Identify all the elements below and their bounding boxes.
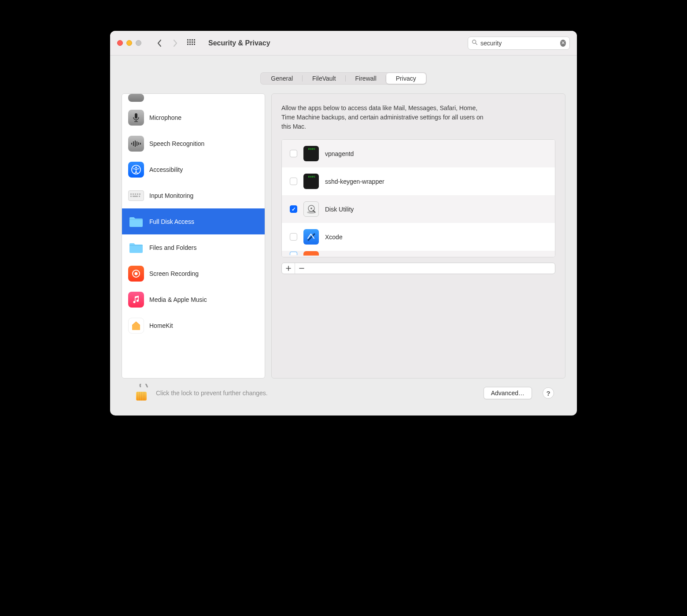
terminal-icon: exec: [303, 174, 319, 189]
svg-rect-31: [144, 392, 145, 401]
svg-point-12: [135, 167, 137, 168]
footer: Click the lock to prevent further change…: [122, 379, 565, 416]
home-icon: [128, 318, 144, 334]
app-name: Xcode: [325, 234, 343, 241]
checkbox[interactable]: [290, 150, 297, 157]
lock-icon[interactable]: [133, 384, 150, 402]
show-all-button[interactable]: [187, 39, 195, 47]
sidebar-item-full-disk-access[interactable]: Full Disk Access: [122, 208, 265, 234]
remove-button[interactable]: [295, 263, 308, 274]
svg-rect-14: [133, 193, 134, 195]
terminal-icon: exec: [303, 146, 319, 161]
tab-firewall[interactable]: Firewall: [346, 73, 386, 84]
sidebar-item-microphone[interactable]: Microphone: [122, 104, 265, 130]
privacy-sidebar: Microphone Speech Recognition: [122, 93, 265, 379]
search-field[interactable]: ✕: [468, 37, 570, 50]
folder-icon: [128, 240, 144, 256]
add-remove-buttons: [281, 263, 555, 274]
sidebar-item-label: Screen Recording: [149, 270, 199, 277]
zoom-window-button[interactable]: [136, 40, 141, 46]
tab-general[interactable]: General: [261, 73, 303, 84]
svg-rect-18: [130, 196, 132, 197]
app-row-xcode[interactable]: Xcode: [282, 223, 555, 251]
search-icon: [472, 39, 478, 47]
main-panel: Allow the apps below to access data like…: [271, 93, 565, 379]
svg-rect-16: [137, 193, 138, 195]
description-text: Allow the apps below to access data like…: [281, 104, 488, 131]
sidebar-item-screen-recording[interactable]: Screen Recording: [122, 260, 265, 286]
sidebar-item-input-monitoring[interactable]: Input Monitoring: [122, 182, 265, 208]
sidebar-item-label: Speech Recognition: [149, 140, 204, 147]
svg-rect-5: [131, 143, 132, 145]
app-row-sshd-keygen-wrapper[interactable]: exec sshd-keygen-wrapper: [282, 167, 555, 195]
preferences-window: Security & Privacy ✕ General FileVault F…: [110, 31, 577, 416]
app-list: exec vpnagentd exec sshd-keygen-wrapper: [281, 139, 555, 257]
tab-filevault[interactable]: FileVault: [303, 73, 345, 84]
sidebar-item-label: Input Monitoring: [149, 192, 193, 199]
sidebar-item-accessibility[interactable]: Accessibility: [122, 156, 265, 182]
svg-rect-17: [139, 193, 140, 195]
app-name: Disk Utility: [325, 206, 354, 213]
sidebar-item-speech-recognition[interactable]: Speech Recognition: [122, 130, 265, 156]
titlebar: Security & Privacy ✕: [110, 31, 577, 56]
sidebar-scroll[interactable]: Microphone Speech Recognition: [122, 94, 265, 378]
close-window-button[interactable]: [117, 40, 123, 46]
app-name: sshd-keygen-wrapper: [325, 178, 384, 185]
app-name: vpnagentd: [325, 150, 354, 157]
svg-rect-19: [133, 196, 138, 197]
checkbox[interactable]: [290, 205, 297, 213]
advanced-button[interactable]: Advanced…: [484, 387, 532, 399]
sidebar-item-partial[interactable]: [122, 94, 265, 104]
tab-bar: General FileVault Firewall Privacy: [260, 72, 426, 85]
folder-icon: [128, 214, 144, 230]
forward-button[interactable]: [170, 36, 181, 50]
svg-point-22: [135, 272, 138, 275]
accessibility-icon: [128, 162, 144, 178]
checkbox[interactable]: [290, 178, 297, 185]
sidebar-item-label: Microphone: [149, 114, 181, 121]
app-partial-icon: [303, 251, 319, 256]
sidebar-item-files-and-folders[interactable]: Files and Folders: [122, 234, 265, 260]
record-icon: [128, 266, 144, 282]
sidebar-item-label: HomeKit: [149, 322, 173, 329]
window-title: Security & Privacy: [208, 39, 270, 47]
svg-rect-8: [137, 141, 137, 146]
svg-rect-10: [140, 143, 141, 145]
music-icon: [128, 292, 144, 308]
app-row-partial[interactable]: [282, 251, 555, 257]
svg-rect-7: [135, 141, 136, 147]
sidebar-item-homekit[interactable]: HomeKit: [122, 312, 265, 338]
traffic-lights: [117, 40, 141, 46]
checkbox[interactable]: [290, 252, 297, 255]
svg-rect-29: [141, 392, 142, 401]
xcode-icon: [303, 229, 319, 245]
svg-rect-27: [137, 392, 138, 401]
back-button[interactable]: [154, 36, 165, 50]
svg-rect-6: [133, 141, 134, 146]
minimize-window-button[interactable]: [126, 40, 132, 46]
add-button[interactable]: [282, 263, 295, 274]
sidebar-item-label: Media & Apple Music: [149, 296, 207, 303]
svg-rect-30: [143, 392, 144, 401]
svg-line-1: [476, 43, 477, 45]
svg-rect-2: [135, 113, 137, 119]
search-input[interactable]: [480, 40, 558, 47]
app-row-disk-utility[interactable]: Disk Utility: [282, 195, 555, 223]
app-row-vpnagentd[interactable]: exec vpnagentd: [282, 140, 555, 167]
lock-message: Click the lock to prevent further change…: [156, 390, 477, 397]
content-area: General FileVault Firewall Privacy Micro…: [110, 56, 577, 416]
camera-icon: [128, 94, 144, 102]
sidebar-item-label: Files and Folders: [149, 244, 196, 251]
clear-search-button[interactable]: ✕: [560, 40, 566, 47]
help-button[interactable]: ?: [543, 387, 554, 399]
svg-rect-9: [138, 142, 139, 145]
svg-point-25: [310, 208, 312, 209]
svg-rect-28: [139, 392, 140, 401]
sidebar-item-media-apple-music[interactable]: Media & Apple Music: [122, 286, 265, 312]
svg-rect-15: [135, 193, 136, 195]
sidebar-item-label: Full Disk Access: [149, 218, 194, 225]
checkbox[interactable]: [290, 233, 297, 241]
tab-privacy[interactable]: Privacy: [386, 73, 426, 84]
waveform-icon: [128, 136, 144, 152]
svg-rect-13: [130, 193, 132, 195]
